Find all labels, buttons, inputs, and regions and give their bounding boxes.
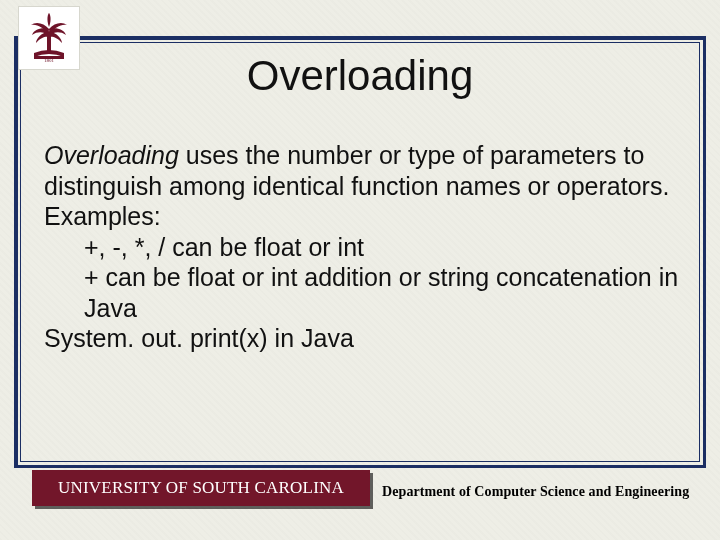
definition: Overloading uses the number or type of p… [44,140,690,201]
definition-lead: Overloading [44,141,179,169]
example-2: + can be float or int addition or string… [44,262,690,323]
slide-body: Overloading uses the number or type of p… [44,140,690,354]
slide-title: Overloading [0,52,720,100]
footer-university: UNIVERSITY OF SOUTH CAROLINA [32,470,370,506]
examples-label: Examples: [44,201,690,232]
example-1: +, -, *, / can be float or int [44,232,690,263]
slide: 1801 Overloading Overloading uses the nu… [0,0,720,540]
footer-department: Department of Computer Science and Engin… [382,474,702,510]
example-3: System. out. print(x) in Java [44,323,690,354]
